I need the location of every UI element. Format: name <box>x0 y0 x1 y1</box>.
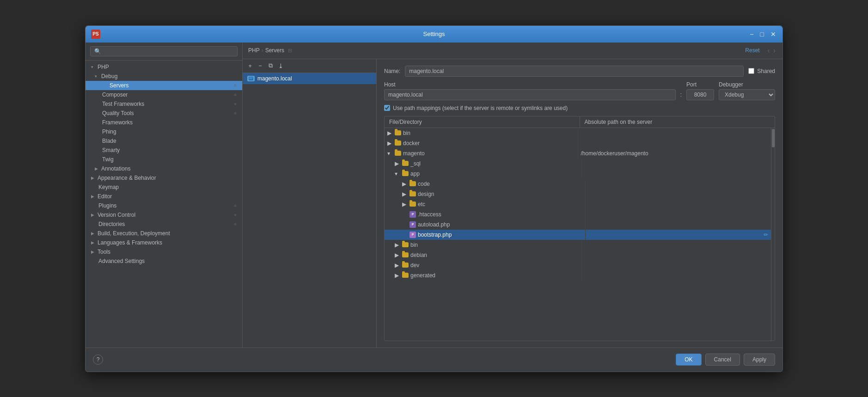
apply-button[interactable]: Apply <box>744 354 775 366</box>
expand-tri-docker: ▶ <box>387 140 393 147</box>
name-input[interactable] <box>405 66 744 77</box>
scrollbar-track[interactable] <box>771 128 775 341</box>
expand-arrow-php: ▾ <box>91 65 96 69</box>
cancel-button[interactable]: Cancel <box>705 354 740 366</box>
file-cell-name-magento: ▾ magento <box>385 148 578 159</box>
file-row-bin2[interactable]: ▶ bin <box>385 240 771 250</box>
settings-window: PS Settings − □ ✕ ▾ PHP ▾ Debug <box>85 25 783 372</box>
edit-pencil-icon[interactable]: ✏ <box>764 232 768 238</box>
sidebar-item-test-frameworks[interactable]: Test Frameworks ≡ <box>86 99 242 109</box>
file-row-design[interactable]: ▶ design <box>385 189 771 199</box>
server-item-magento[interactable]: magento.local <box>243 73 376 84</box>
file-row-magento[interactable]: ▾ magento /home/dockeruser/magento <box>385 148 771 159</box>
file-cell-abs-docker <box>578 138 771 148</box>
sidebar-item-smarty[interactable]: Smarty <box>86 146 242 155</box>
file-cell-name-bootstrap: P bootstrap.php <box>385 230 586 240</box>
sidebar-item-label-phing: Phing <box>102 128 116 135</box>
file-row-bin1[interactable]: ▶ bin <box>385 128 771 138</box>
sidebar-item-composer[interactable]: Composer ≡ <box>86 90 242 99</box>
file-cell-abs-sql <box>582 159 771 169</box>
reset-button[interactable]: Reset <box>742 46 762 55</box>
remove-server-button[interactable]: − <box>256 61 265 70</box>
expand-tri-dev: ▶ <box>395 262 400 269</box>
sidebar-item-label-build: Build, Execution, Deployment <box>98 230 170 237</box>
sidebar-item-label-tools: Tools <box>98 249 110 255</box>
port-input[interactable] <box>686 89 714 100</box>
sidebar-item-blade[interactable]: Blade <box>86 136 242 146</box>
sidebar-item-twig[interactable]: Twig <box>86 155 242 164</box>
breadcrumb-icon: ⊟ <box>288 48 292 54</box>
sidebar-item-tools[interactable]: ▶ Tools <box>86 247 242 257</box>
minimize-button[interactable]: − <box>748 30 755 39</box>
file-cell-abs-magento[interactable]: /home/dockeruser/magento <box>578 148 771 159</box>
sidebar-item-plugins[interactable]: Plugins ≡ <box>86 201 242 210</box>
file-cell-name-generated: ▶ generated <box>385 270 582 281</box>
file-row-app[interactable]: ▾ app <box>385 169 771 179</box>
file-cell-abs-dev <box>582 260 771 270</box>
file-row-dev[interactable]: ▶ dev <box>385 260 771 270</box>
file-row-debian[interactable]: ▶ debian <box>385 250 771 260</box>
path-mappings-row: Use path mappings (select if the server … <box>384 105 775 111</box>
copy-server-button[interactable]: ⧉ <box>266 61 275 70</box>
sidebar-item-advanced[interactable]: Advanced Settings <box>86 257 242 266</box>
sidebar-item-editor[interactable]: ▶ Editor <box>86 192 242 201</box>
breadcrumb-php[interactable]: PHP <box>248 47 260 54</box>
file-row-docker[interactable]: ▶ docker <box>385 138 771 148</box>
file-row-code[interactable]: ▶ code <box>385 179 771 189</box>
debugger-select[interactable]: Xdebug Zend Debugger <box>719 89 775 100</box>
help-button[interactable]: ? <box>93 354 103 365</box>
move-server-button[interactable]: ⤓ <box>276 61 285 70</box>
host-input[interactable] <box>384 89 676 100</box>
file-row-htaccess[interactable]: P .htaccess <box>385 209 771 220</box>
sidebar-item-build[interactable]: ▶ Build, Execution, Deployment <box>86 229 242 238</box>
file-row-autoload[interactable]: P autoload.php <box>385 220 771 230</box>
nav-forward-button[interactable]: › <box>772 47 777 54</box>
main-content: ▾ PHP ▾ Debug Servers ≡ Composer <box>86 43 782 348</box>
search-input[interactable] <box>90 46 238 56</box>
nav-back-button[interactable]: ‹ <box>766 47 771 54</box>
sidebar-item-appearance[interactable]: ▶ Appearance & Behavior <box>86 173 242 183</box>
file-name-magento: magento <box>403 150 425 157</box>
sidebar-item-debug[interactable]: ▾ Debug <box>86 72 242 81</box>
file-cell-name-etc: ▶ etc <box>385 199 586 209</box>
sidebar-item-label-php: PHP <box>98 64 109 70</box>
folder-icon-docker <box>395 140 401 146</box>
sidebar-item-directories[interactable]: Directories ≡ <box>86 220 242 229</box>
add-server-button[interactable]: + <box>245 61 255 70</box>
expand-tri-generated: ▶ <box>395 272 400 279</box>
path-mappings-checkbox[interactable] <box>384 105 390 111</box>
shared-checkbox[interactable] <box>748 68 754 74</box>
php-icon-bootstrap: P <box>410 232 416 238</box>
maximize-button[interactable]: □ <box>758 30 766 39</box>
file-row-bootstrap[interactable]: P bootstrap.php ✏ <box>385 230 771 240</box>
sidebar-item-php[interactable]: ▾ PHP <box>86 62 242 72</box>
sidebar-item-phing[interactable]: Phing <box>86 127 242 136</box>
file-row-sql[interactable]: ▶ _sql <box>385 159 771 169</box>
sidebar-item-keymap[interactable]: Keymap <box>86 183 242 192</box>
file-table-scroll: ▶ bin ▶ <box>385 128 775 341</box>
sidebar-item-annotations[interactable]: ▶ Annotations <box>86 164 242 173</box>
file-name-bin2: bin <box>410 242 418 248</box>
file-row-etc[interactable]: ▶ etc <box>385 199 771 209</box>
close-button[interactable]: ✕ <box>769 30 778 39</box>
ok-button[interactable]: OK <box>676 354 701 366</box>
folder-icon-design <box>410 191 416 196</box>
expand-tri-etc: ▶ <box>402 201 408 208</box>
sidebar-item-label-qt: Quality Tools <box>102 110 134 116</box>
php-icon-htaccess: P <box>410 211 416 218</box>
sidebar-item-languages[interactable]: ▶ Languages & Frameworks <box>86 238 242 247</box>
file-cell-name-design: ▶ design <box>385 189 586 199</box>
file-tree-table: File/Directory Absolute path on the serv… <box>384 116 775 341</box>
sidebar-item-frameworks[interactable]: Frameworks <box>86 118 242 127</box>
scrollbar-thumb[interactable] <box>772 129 775 147</box>
breadcrumb-servers[interactable]: Servers <box>265 47 284 54</box>
file-cell-name-docker: ▶ docker <box>385 138 578 148</box>
sidebar-item-servers[interactable]: Servers ≡ <box>86 81 242 90</box>
file-row-generated[interactable]: ▶ generated <box>385 270 771 281</box>
file-cell-abs-bootstrap[interactable]: ✏ <box>586 230 771 240</box>
sidebar-item-quality-tools[interactable]: Quality Tools ≡ <box>86 109 242 118</box>
pin-icon-composer: ≡ <box>232 92 238 98</box>
sidebar-item-version-control[interactable]: ▶ Version Control ≡ <box>86 210 242 220</box>
debugger-col: Debugger Xdebug Zend Debugger <box>719 81 775 100</box>
breadcrumb-separator: › <box>262 47 263 54</box>
